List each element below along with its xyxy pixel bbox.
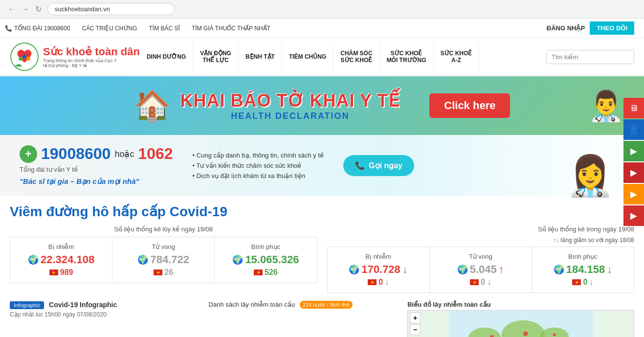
country-list-label: Danh sách lây nhiễm toàn cầu [209, 301, 295, 308]
recovered-title: Bình phục [219, 243, 312, 250]
dead-title: Tử vong [116, 243, 210, 250]
call-label: Gọi ngay [369, 161, 402, 170]
svg-point-11 [553, 333, 556, 336]
dead-global-value: 784.722 [150, 253, 189, 266]
hoac-text: hoặc [114, 149, 134, 159]
call-now-button[interactable]: 📞 Gọi ngay [343, 155, 414, 176]
daily-dead: Tử vong 🌍 5.045 ↑ 0 ↓ [430, 247, 532, 292]
arrow-up-dead: ↑ [499, 263, 504, 276]
covid-title: Viêm đường hô hấp cấp Covid-19 [10, 203, 634, 220]
arrow-d-rec-vn: ↓ [589, 278, 593, 287]
daily-cards: Bị nhiễm 🌍 170.728 ↓ 0 ↓ Tử vong [327, 247, 635, 293]
click-here-button[interactable]: Click here [429, 93, 510, 118]
stats-section: Số liệu thống kê lũy kế ngày 19/08 Bị nh… [10, 225, 634, 293]
flag-d-inf [368, 279, 377, 285]
find-medicine-link[interactable]: TÌM GIÁ THUỐC THẤP NHẤT [192, 25, 270, 32]
nav-suc-khoe-az[interactable]: SỨC KHOẺA-Z [434, 42, 480, 71]
sidebar-play4-button[interactable]: ▶ [623, 205, 644, 226]
daily-dead-global: 🌍 5.045 ↑ [434, 263, 528, 276]
daily-rec-global: 🌍 184.158 ↓ [536, 263, 630, 276]
infected-title: Bị nhiễm [14, 243, 108, 250]
health-declaration-banner: 🏠 KHAI BÁO TỜ KHAI Y TẾ HEALTH DECLARATI… [0, 76, 644, 135]
sidebar-user-button[interactable]: 👤 [623, 119, 644, 140]
infected-vn: 989 [14, 268, 108, 277]
right-sidebar: 🖥 👤 ▶ ▶ ▶ ▶ [623, 98, 644, 226]
doctor-icon: 👨‍⚕️ [588, 76, 624, 135]
recovered-vn: 526 [219, 268, 312, 277]
nav-moi-truong[interactable]: SỨC KHOẺMÔI TRƯỜNG [380, 42, 434, 71]
svg-point-1 [19, 57, 22, 61]
globe-d-dead: 🌍 [457, 264, 468, 275]
nav-van-dong[interactable]: VẬN ĐỘNGTHỂ LỰC [193, 42, 239, 71]
nav-dinh-duong[interactable]: DINH DƯỠNG [140, 42, 193, 71]
daily-dead-vn-val: 0 [481, 278, 485, 287]
search-input[interactable] [546, 50, 634, 64]
cumulative-dead: Tử vong 🌍 784.722 26 [112, 237, 215, 283]
arrow-d-inf-vn: ↓ [385, 278, 389, 287]
map-zoom-out[interactable]: − [410, 324, 421, 335]
sidebar-screen-button[interactable]: 🖥 [623, 98, 644, 118]
sidebar-play2-button[interactable]: ▶ [623, 162, 644, 183]
flag-vn [49, 270, 58, 275]
daily-infected: Bị nhiễm 🌍 170.728 ↓ 0 ↓ [328, 247, 430, 292]
hotline-banner: + 19008600 hoặc 1062 Tổng đài tư vấn Y t… [0, 135, 644, 196]
svg-point-9 [523, 331, 528, 336]
hotline-link[interactable]: 📞 TỔNG ĐÀI 19008600 [5, 25, 70, 32]
nav-benh-tat[interactable]: BỆNH TẬT [239, 42, 282, 71]
arrow-down-inf: ↓ [402, 263, 408, 276]
cumulative-label: Số liệu thống kê lũy kế ngày 19/08 [10, 225, 317, 233]
phone-icon-call: 📞 [355, 161, 365, 170]
daily-recovered: Bình phục 🌍 184.158 ↓ 0 ↓ [532, 247, 634, 292]
top-bar-links: 📞 TỔNG ĐÀI 19008600 CÁC TRIỆU CHỨNG TÌM … [5, 25, 270, 32]
daily-dead-title: Tử vong [434, 253, 528, 260]
daily-rec-val: 184.158 [566, 263, 605, 276]
login-button[interactable]: ĐĂNG NHẬP [547, 24, 585, 32]
sidebar-play3-button[interactable]: ▶ [623, 184, 644, 204]
daily-infected-title: Bị nhiễm [332, 253, 425, 260]
infected-vn-value: 989 [60, 268, 73, 277]
bullet-1: Cung cấp danh bạ, thông tin, chính sách … [193, 152, 324, 159]
daily-rec-vn-val: 0 [583, 278, 587, 287]
url-bar[interactable]: suckhoetoandan.vn [47, 3, 175, 15]
logo-main: Sức khoẻ [43, 45, 95, 58]
dead-vn-value: 26 [164, 268, 173, 277]
map-zoom-in[interactable]: + [410, 313, 421, 323]
back-button[interactable]: ← [8, 5, 16, 14]
nav-tiem-chung[interactable]: TIÊM CHỦNG [282, 42, 333, 71]
refresh-button[interactable]: ↻ [35, 4, 42, 14]
symptoms-link[interactable]: CÁC TRIỆU CHỨNG [82, 25, 137, 32]
hotline-num2: 1062 [138, 145, 173, 163]
arrow-d-dead-vn: ↓ [487, 278, 491, 287]
hotline-bullets: Cung cấp danh bạ, thông tin, chính sách … [193, 152, 324, 180]
sidebar-play1-button[interactable]: ▶ [623, 141, 644, 161]
top-bar: 📞 TỔNG ĐÀI 19008600 CÁC TRIỆU CHỨNG TÌM … [0, 19, 644, 38]
daily-label: Số liệu thống kê trong ngày 19/08 [327, 225, 635, 233]
logo[interactable]: Sức khoẻ toàn dân Trang thông tin chính … [10, 38, 140, 75]
hotline-label: TỔNG ĐÀI 19008600 [14, 25, 70, 32]
nav-menu: DINH DƯỠNG VẬN ĐỘNGTHỂ LỰC BỆNH TẬT TIÊM… [140, 42, 541, 71]
daily-infected-vn-val: 0 [378, 278, 383, 287]
hotline-num1: 19008600 [41, 145, 111, 163]
main-content: Viêm đường hô hấp cấp Covid-19 Số liệu t… [0, 196, 644, 337]
find-doctor-link[interactable]: TÌM BÁC SĨ [149, 25, 180, 32]
follow-button[interactable]: THEO DÕI [590, 22, 634, 35]
banner1-content: KHAI BÁO TỜ KHAI Y TẾ HEALTH DECLARATION [180, 90, 400, 121]
globe-d-rec: 🌍 [554, 264, 564, 275]
flag-d-rec [572, 279, 581, 285]
globe-icon-dead: 🌍 [137, 254, 148, 265]
nav-cham-soc[interactable]: CHĂM SÓCSỨC KHOẺ [333, 42, 379, 71]
globe-d-inf: 🌍 [349, 264, 359, 275]
banner1-inner: 🏠 KHAI BÁO TỜ KHAI Y TẾ HEALTH DECLARATI… [114, 89, 530, 123]
cumulative-recovered: Bình phục 🌍 15.065.326 526 [215, 237, 316, 283]
hotline-info: + 19008600 hoặc 1062 Tổng đài tư vấn Y t… [20, 145, 173, 186]
daily-rec-title: Bình phục [536, 253, 630, 260]
bottom-section: Infographic Covid-19 Infographic Cập nhậ… [10, 301, 634, 337]
forward-button[interactable]: → [22, 5, 29, 14]
map-title: Biểu đồ lây nhiễm toàn cầu [407, 301, 634, 308]
svg-point-2 [22, 55, 26, 59]
house-icon: 🏠 [134, 89, 171, 123]
recovered-vn-value: 526 [265, 268, 278, 277]
daily-dead-val: 5.045 [470, 263, 497, 276]
daily-dead-vn: 0 ↓ [434, 278, 528, 287]
cumulative-cards: Bị nhiễm 🌍 22.324.108 989 Tử vong 🌍 784.… [10, 237, 317, 283]
